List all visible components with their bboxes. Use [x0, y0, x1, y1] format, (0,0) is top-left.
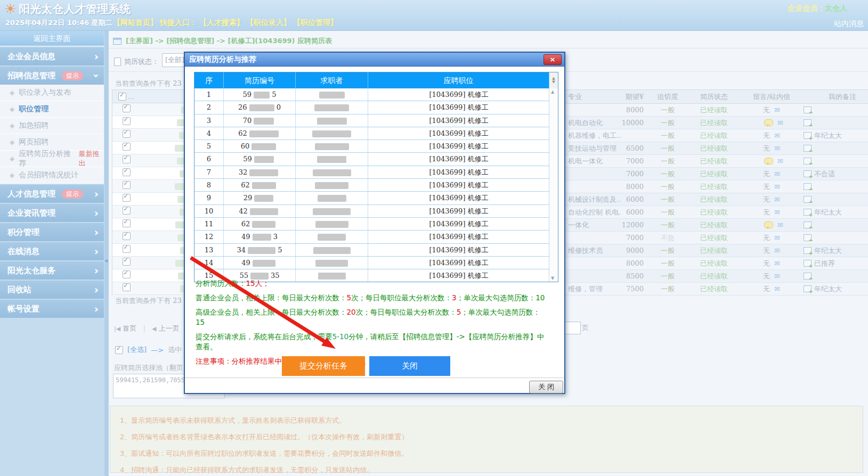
table-scrollbar[interactable]: ▲ ▼ [549, 88, 558, 282]
close-icon[interactable]: × [543, 54, 562, 65]
row-checkbox[interactable] [123, 219, 131, 227]
add-note-icon[interactable] [804, 247, 812, 254]
note-text: 年纪太大 [814, 284, 842, 294]
home-link[interactable]: 【网站首页】 [113, 18, 158, 28]
select-all-pool-checkbox[interactable] [115, 346, 123, 354]
sidebar-group[interactable]: 企业资讯管理 › [0, 204, 104, 222]
scroll-down-icon[interactable]: ▼ [551, 276, 554, 281]
add-note-icon[interactable] [804, 145, 812, 152]
message-bubble-icon[interactable] [764, 158, 773, 165]
sidebar-group[interactable]: 帐号设置 › [0, 300, 104, 318]
message-bubble-icon[interactable] [764, 119, 773, 126]
add-note-icon[interactable] [804, 273, 812, 280]
modal-title-bar: 应聘简历分析与推荐 × [185, 53, 564, 67]
sidebar-group[interactable]: 积分管理 › [0, 223, 104, 241]
row-checkbox[interactable] [123, 258, 131, 266]
mail-icon[interactable]: ✉ [774, 132, 780, 139]
row-checkbox[interactable] [123, 104, 131, 112]
mail-icon[interactable]: ✉ [777, 157, 783, 165]
sidebar-group[interactable]: 回收站 › [0, 281, 104, 299]
message-bubble-icon[interactable] [764, 221, 773, 228]
mail-icon[interactable]: ✉ [777, 221, 783, 229]
scroll-up-icon[interactable]: ▲ [551, 89, 554, 94]
quick-link[interactable]: 【职位管理】 [293, 18, 338, 28]
resume-status-cell: 已经读取 [686, 182, 742, 192]
add-note-icon[interactable] [804, 183, 812, 190]
sidebar-subitem[interactable]: ◈ 网页招聘 [0, 134, 104, 151]
mail-icon[interactable]: ✉ [777, 119, 783, 127]
row-checkbox[interactable] [123, 270, 131, 278]
analyzed-count-line: 分析简历人数：15人； [196, 278, 547, 289]
mail-icon[interactable]: ✉ [774, 106, 780, 114]
resume-table-row: 机器维修，电工... 一般 已经读取 无 ✉ 年纪太大 [566, 129, 868, 142]
no-message-label: 无 [763, 131, 770, 141]
submit-analysis-button[interactable]: 提交分析任务 [282, 356, 365, 376]
mail-icon[interactable]: ✉ [774, 247, 780, 255]
sidebar-subitem[interactable]: ◈ 应聘简历分析推荐 最新推出 [0, 151, 104, 167]
prev-page-link[interactable]: ◀ 上一页 [152, 324, 180, 333]
add-note-icon[interactable] [804, 209, 812, 216]
sidebar-group[interactable]: 招聘信息管理 提示 › [0, 67, 104, 85]
row-checkbox[interactable] [123, 194, 131, 202]
sidebar-subitem[interactable]: ◈ 会员招聘情况统计 [0, 167, 104, 184]
row-checkbox[interactable] [123, 168, 131, 176]
add-note-icon[interactable] [804, 260, 812, 267]
mail-icon[interactable]: ✉ [774, 183, 780, 191]
add-note-icon[interactable] [804, 234, 812, 241]
add-note-icon[interactable] [804, 285, 812, 292]
row-checkbox[interactable] [123, 232, 131, 240]
first-page-link[interactable]: |◀ 首页 [114, 324, 136, 333]
add-note-icon[interactable] [804, 196, 812, 203]
row-checkbox[interactable] [123, 143, 131, 151]
select-all-link[interactable]: [全选] [127, 345, 147, 355]
row-checkbox[interactable] [123, 283, 131, 291]
sidebar-group[interactable]: 人才信息管理 提示 › [0, 185, 104, 203]
sidebar-subitem[interactable]: ◈ 职位录入与发布 [0, 85, 104, 101]
sidebar-group[interactable]: 在线消息 › [0, 242, 104, 260]
mail-icon[interactable]: ✉ [774, 195, 780, 203]
new-feature-tag: 最新推出 [79, 149, 104, 168]
sidebar-subitem[interactable]: ◈ 加急招聘 [0, 118, 104, 134]
back-to-main-button[interactable]: 返回主界面 [0, 31, 104, 46]
redacted-applicant-name [315, 260, 348, 267]
row-checkbox[interactable] [123, 117, 131, 125]
footer-close-button[interactable]: 关 闭 [529, 381, 563, 393]
close-button[interactable]: 关闭 [369, 356, 450, 376]
add-note-icon[interactable] [804, 221, 812, 228]
mail-icon[interactable]: ✉ [774, 259, 780, 267]
quick-link[interactable]: 【职位录入】 [246, 18, 291, 28]
scrollbar-spinner[interactable]: ▲▼ [549, 72, 558, 88]
row-checkbox[interactable] [123, 130, 131, 138]
redacted-applicant-name [312, 130, 351, 137]
station-message-link[interactable]: 站内消息 [834, 19, 868, 29]
row-checkbox[interactable] [123, 155, 131, 163]
add-note-icon[interactable] [804, 106, 812, 113]
resume-table-row: 维修技术员 9000 一般 已经读取 无 ✉ 年纪太大 [566, 244, 868, 257]
footer-note: 3、面试通知：可以向所有应聘过职位的求职者发送，需要花费积分，会同时发送邮件和微… [120, 449, 863, 458]
modal-footer-divider [185, 377, 564, 378]
mail-icon[interactable]: ✉ [774, 272, 780, 280]
add-note-icon[interactable] [804, 170, 812, 177]
sidebar-group[interactable]: 企业会员信息 › [0, 47, 104, 65]
mail-icon[interactable]: ✉ [774, 285, 780, 293]
row-checkbox[interactable] [123, 207, 131, 215]
member-name[interactable]: 太仓人 [825, 4, 847, 12]
major-cell: 机电自动化 [566, 118, 621, 128]
quick-link[interactable]: 【人才搜索】 [199, 18, 244, 28]
modal-table-row: 2 260 [1043699] 机修工 [194, 101, 549, 114]
sidebar-subitem[interactable]: ◈ 职位管理 [0, 101, 104, 118]
mail-icon[interactable]: ✉ [774, 234, 780, 242]
add-note-icon[interactable] [804, 132, 812, 139]
row-checkbox[interactable] [123, 181, 131, 189]
sidebar-group[interactable]: 阳光太仓服务 › [0, 261, 104, 280]
expected-salary-cell: 12000 [621, 221, 649, 229]
sidebar-collapse-strip[interactable]: ◀ [104, 31, 109, 476]
resume-table-row: 一体化 12000 一般 已经读取 ✉ [566, 219, 868, 232]
mail-icon[interactable]: ✉ [774, 208, 780, 216]
add-note-icon[interactable] [804, 158, 812, 165]
mail-icon[interactable]: ✉ [774, 144, 780, 152]
select-all-checkbox[interactable] [118, 93, 126, 101]
row-checkbox[interactable] [123, 245, 131, 253]
mail-icon[interactable]: ✉ [774, 170, 780, 178]
add-note-icon[interactable] [804, 119, 812, 126]
